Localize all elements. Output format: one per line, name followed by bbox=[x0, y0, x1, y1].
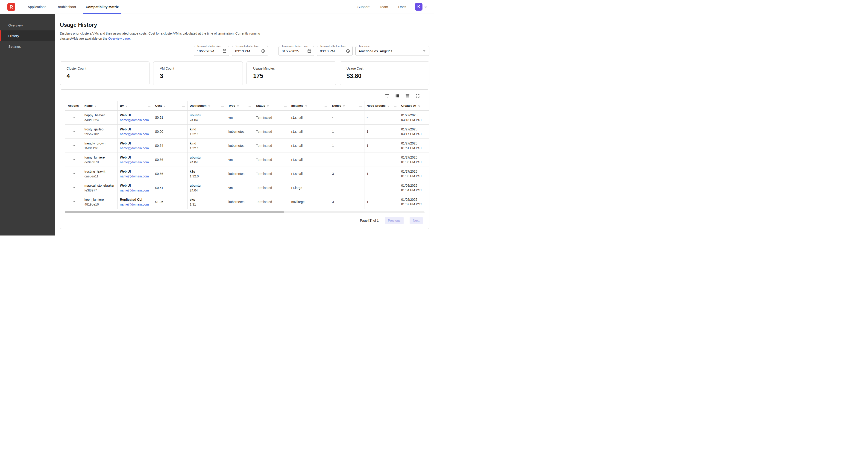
type-value: kubernetes bbox=[228, 200, 244, 204]
sort-icon[interactable] bbox=[94, 104, 97, 107]
sort-icon[interactable] bbox=[125, 104, 128, 107]
nav-link-docs[interactable]: Docs bbox=[398, 5, 406, 9]
terminated-before-time-field[interactable]: Terminated before time bbox=[317, 46, 353, 56]
email-link[interactable]: name@domain.com bbox=[120, 118, 149, 122]
column-label: Nodes bbox=[332, 104, 341, 107]
terminated-after-time-input[interactable] bbox=[235, 49, 259, 53]
terminated-before-date-field[interactable]: Terminated before date bbox=[279, 46, 314, 56]
name-cell: frosty_galileo 995b7182 bbox=[82, 125, 118, 139]
column-menu-icon[interactable] bbox=[249, 105, 251, 107]
account-menu[interactable]: K bbox=[415, 3, 428, 10]
column-header-type[interactable]: Type bbox=[226, 101, 254, 111]
next-page-button[interactable]: Next bbox=[410, 217, 423, 224]
instance-cell: r1.small bbox=[289, 153, 330, 167]
sort-icon[interactable] bbox=[266, 104, 270, 107]
column-menu-icon[interactable] bbox=[324, 105, 327, 107]
email-link[interactable]: name@domain.com bbox=[120, 160, 149, 165]
column-menu-icon[interactable] bbox=[394, 105, 397, 107]
sort-icon[interactable] bbox=[236, 104, 240, 107]
email-link[interactable]: name@domain.com bbox=[120, 132, 149, 137]
node-groups-cell: - bbox=[364, 153, 399, 167]
sort-icon[interactable] bbox=[305, 104, 308, 107]
row-actions-button[interactable] bbox=[70, 171, 76, 177]
replicated-logo[interactable]: R bbox=[7, 3, 15, 11]
nav-link-team[interactable]: Team bbox=[380, 5, 388, 9]
timezone-select[interactable]: Timezone bbox=[355, 46, 429, 56]
terminated-before-time-input[interactable] bbox=[320, 49, 344, 53]
column-menu-icon[interactable] bbox=[359, 105, 362, 107]
email-link[interactable]: name@domain.com bbox=[120, 188, 149, 193]
filter-button[interactable] bbox=[384, 93, 390, 99]
distribution-version: 24.04 bbox=[190, 160, 224, 165]
fullscreen-button[interactable] bbox=[415, 93, 421, 99]
sidebar-item-history[interactable]: History bbox=[0, 30, 55, 41]
nav-link-support[interactable]: Support bbox=[358, 5, 370, 9]
instance-value: r1.small bbox=[291, 116, 303, 119]
column-header-node-groups[interactable]: Node Groups bbox=[364, 101, 399, 111]
nav-item-applications[interactable]: Applications bbox=[28, 0, 46, 13]
calendar-icon[interactable] bbox=[307, 49, 311, 53]
overview-page-link[interactable]: Overview page bbox=[108, 37, 130, 40]
columns-button[interactable] bbox=[395, 93, 400, 99]
created-date: 01/27/2025 bbox=[401, 155, 429, 160]
created-at-cell: 01/02/2025 01:07 PM PST bbox=[399, 195, 429, 209]
caret-down-icon[interactable] bbox=[422, 49, 427, 54]
cluster-id: fe3f8977 bbox=[85, 188, 115, 193]
usage-history-table: Actions Name By Cost Distribution Type S… bbox=[65, 101, 429, 209]
terminated-after-time-field[interactable]: Terminated after time bbox=[232, 46, 268, 56]
cost-cell: $1.06 bbox=[153, 195, 187, 209]
sidebar-item-overview[interactable]: Overview bbox=[0, 20, 55, 30]
cluster-name: friendly_brown bbox=[85, 141, 115, 146]
column-header-created-at[interactable]: Created At bbox=[399, 101, 429, 111]
sort-icon[interactable] bbox=[163, 104, 166, 107]
terminated-before-date-input[interactable] bbox=[282, 49, 306, 53]
nav-item-compatibility-matrix[interactable]: Compatibility Matrix bbox=[86, 0, 119, 13]
previous-page-button[interactable]: Previous bbox=[385, 217, 404, 224]
status-cell: Terminated bbox=[254, 111, 289, 125]
terminated-after-date-input[interactable] bbox=[197, 49, 221, 53]
clock-icon[interactable] bbox=[261, 49, 266, 53]
row-actions-button[interactable] bbox=[70, 184, 76, 191]
created-time: 01:34 PM PST bbox=[401, 188, 429, 193]
column-header-instance[interactable]: Instance bbox=[289, 101, 330, 111]
sort-icon[interactable] bbox=[342, 104, 345, 107]
column-menu-icon[interactable] bbox=[221, 105, 224, 107]
sort-icon[interactable] bbox=[208, 104, 211, 107]
ellipsis-icon bbox=[71, 131, 75, 134]
nav-item-troubleshoot[interactable]: Troubleshoot bbox=[56, 0, 76, 13]
column-menu-icon[interactable] bbox=[148, 105, 150, 107]
row-actions-button[interactable] bbox=[70, 128, 76, 135]
sort-icon[interactable] bbox=[387, 104, 390, 107]
column-menu-icon[interactable] bbox=[284, 105, 286, 107]
density-button[interactable] bbox=[405, 93, 410, 99]
horizontal-scrollbar[interactable] bbox=[65, 211, 425, 213]
status-badge: Terminated bbox=[256, 172, 272, 176]
terminated-after-date-field[interactable]: Terminated after date bbox=[194, 46, 229, 56]
distribution-name: eks bbox=[190, 197, 224, 202]
column-menu-icon[interactable] bbox=[182, 105, 185, 107]
column-header-nodes[interactable]: Nodes bbox=[330, 101, 364, 111]
row-actions-button[interactable] bbox=[70, 199, 76, 205]
row-actions-button[interactable] bbox=[70, 156, 76, 163]
email-link[interactable]: name@domain.com bbox=[120, 202, 149, 207]
clock-icon[interactable] bbox=[346, 49, 350, 53]
email-link[interactable]: name@domain.com bbox=[120, 146, 149, 150]
row-actions-button[interactable] bbox=[70, 142, 76, 149]
column-header-cost[interactable]: Cost bbox=[153, 101, 187, 111]
column-header-status[interactable]: Status bbox=[254, 101, 289, 111]
sort-desc-icon[interactable] bbox=[417, 104, 421, 107]
scrollbar-thumb[interactable] bbox=[65, 211, 284, 213]
distribution-name: kind bbox=[190, 127, 224, 131]
sidebar-item-settings[interactable]: Settings bbox=[0, 41, 55, 52]
calendar-icon[interactable] bbox=[222, 49, 227, 53]
column-header-distribution[interactable]: Distribution bbox=[187, 101, 226, 111]
column-header-name[interactable]: Name bbox=[82, 101, 118, 111]
fullscreen-icon bbox=[415, 93, 420, 99]
column-header-by[interactable]: By bbox=[118, 101, 153, 111]
column-label: Cost bbox=[155, 104, 162, 107]
email-link[interactable]: name@domain.com bbox=[120, 174, 149, 179]
status-badge: Terminated bbox=[256, 116, 272, 119]
row-actions-button[interactable] bbox=[70, 114, 76, 121]
cluster-name: happy_beaver bbox=[85, 113, 115, 118]
timezone-input[interactable] bbox=[359, 49, 421, 53]
